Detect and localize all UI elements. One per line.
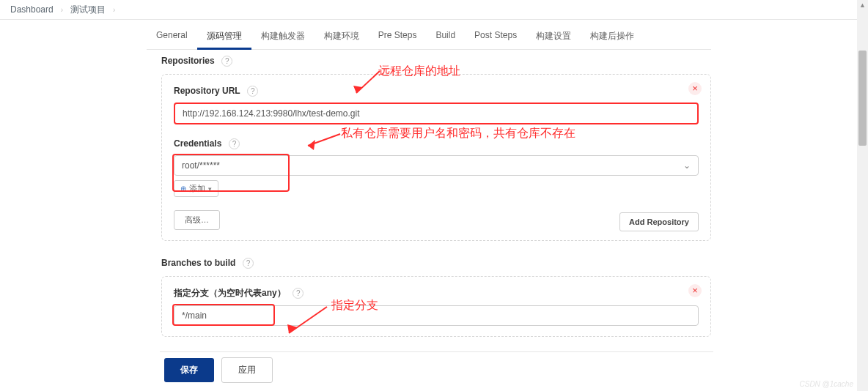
tab-general[interactable]: General	[147, 30, 197, 49]
breadcrumb-dashboard[interactable]: Dashboard	[10, 4, 54, 15]
remove-repo-button[interactable]: ×	[688, 82, 702, 95]
add-credential-button[interactable]: ⊕ 添加 ▾	[174, 180, 218, 197]
chevron-right-icon: ›	[113, 6, 115, 14]
add-cred-label: 添加	[189, 183, 205, 194]
tab-env[interactable]: 构建环境	[315, 30, 369, 49]
repo-url-label: Repository URL	[174, 86, 240, 96]
help-icon[interactable]: ?	[243, 258, 254, 269]
chevron-right-icon: ›	[61, 6, 63, 14]
repo-url-input[interactable]	[174, 103, 699, 124]
tab-poststeps[interactable]: Post Steps	[465, 30, 526, 49]
help-icon[interactable]: ?	[221, 56, 232, 67]
config-tabs: General 源码管理 构建触发器 构建环境 Pre Steps Build …	[147, 30, 711, 50]
chevron-down-icon: ⌄	[683, 160, 691, 171]
help-icon[interactable]: ?	[247, 86, 258, 97]
help-icon[interactable]: ?	[229, 138, 240, 149]
add-repository-button[interactable]: Add Repository	[619, 212, 699, 231]
branch-spec-label: 指定分支（为空时代表any）	[174, 287, 286, 299]
tab-triggers[interactable]: 构建触发器	[251, 30, 315, 49]
repository-block: × Repository URL ? Credentials ? root/**…	[161, 74, 711, 241]
credentials-label: Credentials	[174, 138, 221, 149]
save-button[interactable]: 保存	[164, 358, 214, 382]
apply-button[interactable]: 应用	[221, 357, 273, 383]
tab-build[interactable]: Build	[426, 30, 465, 49]
caret-down-icon: ▾	[208, 185, 212, 193]
tab-postactions[interactable]: 构建后操作	[581, 30, 644, 49]
help-icon[interactable]: ?	[293, 288, 304, 299]
key-icon: ⊕	[180, 185, 186, 193]
branches-label: Branches to build	[161, 258, 235, 268]
remove-branch-button[interactable]: ×	[688, 284, 702, 297]
credentials-value: root/******	[182, 160, 220, 171]
repositories-label: Repositories	[161, 56, 215, 66]
credentials-select[interactable]: root/****** ⌄	[174, 155, 699, 176]
advanced-button[interactable]: 高级…	[174, 210, 220, 230]
branch-spec-input[interactable]	[174, 305, 699, 326]
tab-presteps[interactable]: Pre Steps	[369, 30, 427, 49]
branch-block: × 指定分支（为空时代表any） ?	[161, 276, 711, 337]
breadcrumb-project[interactable]: 测试项目	[70, 4, 106, 16]
breadcrumb: Dashboard › 测试项目 ›	[0, 0, 868, 19]
tab-settings[interactable]: 构建设置	[526, 30, 581, 49]
footer-actions: 保存 应用	[160, 351, 713, 388]
tab-scm[interactable]: 源码管理	[197, 30, 251, 49]
